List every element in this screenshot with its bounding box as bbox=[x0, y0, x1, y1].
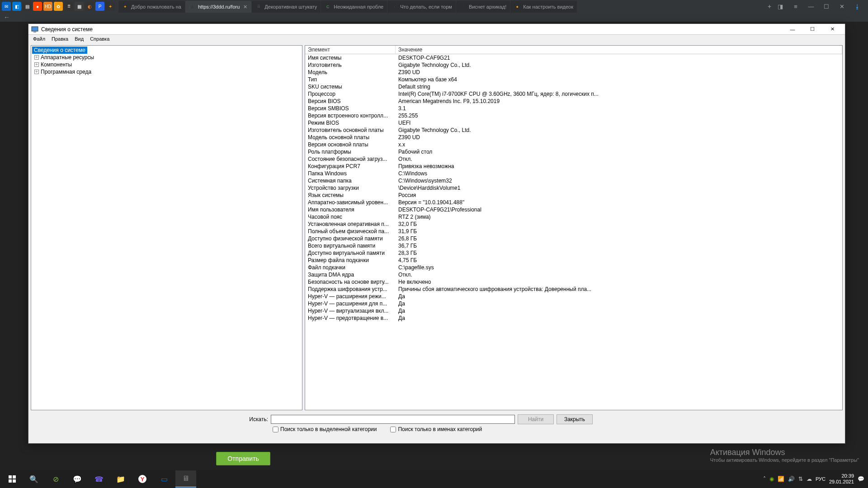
category-tree[interactable]: Сведения о системе +Аппаратные ресурсы+К… bbox=[31, 45, 302, 410]
tray-onedrive-icon[interactable]: ☁ bbox=[807, 476, 812, 482]
tray-clock[interactable]: 20:39 29.01.2021 bbox=[829, 473, 854, 485]
menu-item[interactable]: Файл bbox=[30, 36, 48, 42]
ext-icon[interactable]: ▤ bbox=[23, 2, 32, 11]
ext-icon[interactable]: HD bbox=[43, 2, 52, 11]
taskbar-app[interactable]: ⊘ bbox=[45, 470, 66, 488]
back-button[interactable]: ← bbox=[4, 14, 16, 21]
list-row[interactable]: Всего виртуальной памяти36,7 ГБ bbox=[305, 242, 842, 249]
minimize-button[interactable]: — bbox=[783, 24, 802, 34]
expand-icon[interactable]: + bbox=[34, 62, 39, 67]
list-row[interactable]: Размер файла подкачки4,75 ГБ bbox=[305, 257, 842, 264]
menu-item[interactable]: Правка bbox=[49, 36, 71, 42]
window-minimize-icon[interactable]: — bbox=[806, 3, 816, 10]
browser-tab[interactable]: dhttps://3ddd.ru/foru✕ bbox=[185, 1, 251, 13]
ext-icon[interactable]: P bbox=[95, 2, 104, 11]
list-row[interactable]: Устройство загрузки\Device\HarddiskVolum… bbox=[305, 184, 842, 192]
header-element[interactable]: Элемент bbox=[305, 46, 396, 54]
list-row[interactable]: Часовой поясRTZ 2 (зима) bbox=[305, 213, 842, 221]
new-tab-button[interactable]: + bbox=[764, 1, 775, 12]
browser-tab[interactable]: CНеожиданная пробле bbox=[321, 1, 387, 13]
window-titlebar[interactable]: Сведения о системе — ☐ ✕ bbox=[28, 24, 845, 35]
tab-overview-icon[interactable]: ◨ bbox=[775, 3, 786, 10]
list-row[interactable]: Версия встроенного контролл...255.255 bbox=[305, 112, 842, 119]
list-row[interactable]: Безопасность на основе вирту...Не включе… bbox=[305, 278, 842, 286]
list-row[interactable]: Папка WindowsC:\Windows bbox=[305, 170, 842, 177]
tray-dropbox-icon[interactable]: ⇅ bbox=[798, 476, 803, 482]
start-button[interactable] bbox=[2, 470, 23, 488]
list-row[interactable]: Файл подкачкиC:\pagefile.sys bbox=[305, 264, 842, 271]
list-row[interactable]: ТипКомпьютер на базе x64 bbox=[305, 76, 842, 83]
browser-tab[interactable]: ●Как настроить видеок bbox=[510, 1, 577, 13]
header-value[interactable]: Значение bbox=[396, 46, 842, 54]
list-row[interactable]: Состояние безопасной загруз...Откл. bbox=[305, 155, 842, 163]
tree-node[interactable]: +Аппаратные ресурсы bbox=[32, 54, 301, 61]
download-icon[interactable]: ⭳ bbox=[852, 3, 863, 10]
menu-item[interactable]: Вид bbox=[72, 36, 86, 42]
list-row[interactable]: Hyper-V — расширения режи...Да bbox=[305, 293, 842, 300]
chk-category-names[interactable]: Поиск только в именах категорий bbox=[390, 426, 482, 432]
list-row[interactable]: Полный объем физической па...31,9 ГБ bbox=[305, 228, 842, 235]
list-row[interactable]: Имя системыDESKTOP-CAF9G21 bbox=[305, 54, 842, 61]
close-button[interactable]: ✕ bbox=[822, 24, 842, 34]
list-row[interactable]: Системная папкаC:\Windows\system32 bbox=[305, 177, 842, 184]
tray-nvidia-icon[interactable]: ◉ bbox=[769, 476, 774, 482]
info-list[interactable]: Элемент Значение Имя системыDESKTOP-CAF9… bbox=[305, 45, 843, 410]
ext-icon[interactable]: ◧ bbox=[12, 2, 21, 11]
taskbar-app[interactable]: 📁 bbox=[110, 470, 131, 488]
taskbar-app[interactable]: ☎ bbox=[89, 470, 109, 488]
search-input[interactable] bbox=[271, 415, 515, 424]
browser-menu-icon[interactable]: ≡ bbox=[790, 3, 801, 10]
list-row[interactable]: Доступно физической памяти26,8 ГБ bbox=[305, 235, 842, 242]
ext-icon[interactable]: ✦ bbox=[106, 2, 115, 11]
list-row[interactable]: Изготовитель основной платыGigabyte Tech… bbox=[305, 127, 842, 134]
expand-icon[interactable]: + bbox=[34, 70, 39, 74]
list-row[interactable]: МодельZ390 UD bbox=[305, 69, 842, 76]
list-row[interactable]: Hyper-V — виртуализация вкл...Да bbox=[305, 307, 842, 314]
ext-icon[interactable]: ● bbox=[33, 2, 42, 11]
search-close-button[interactable]: Закрыть bbox=[557, 414, 593, 424]
list-row[interactable]: Версия BIOSAmerican Megatrends Inc. F9, … bbox=[305, 98, 842, 105]
search-button[interactable]: 🔍 bbox=[24, 470, 44, 488]
tree-root[interactable]: Сведения о системе bbox=[32, 47, 87, 54]
list-row[interactable]: Конфигурация PCR7Привязка невозможна bbox=[305, 163, 842, 170]
tray-network-icon[interactable]: 📶 bbox=[778, 476, 784, 482]
expand-icon[interactable]: + bbox=[34, 55, 39, 60]
ext-icon[interactable]: ✉ bbox=[2, 2, 11, 11]
list-row[interactable]: Режим BIOSUEFI bbox=[305, 119, 842, 127]
list-row[interactable]: Аппаратно-зависимый уровен...Версия = "1… bbox=[305, 199, 842, 206]
find-button[interactable]: Найти bbox=[518, 414, 554, 424]
taskbar-app[interactable]: 💬 bbox=[67, 470, 88, 488]
list-row[interactable]: Версия основной платыx.x bbox=[305, 141, 842, 148]
tree-node[interactable]: +Компоненты bbox=[32, 61, 301, 68]
browser-tab[interactable]: ✦Добро пожаловать на bbox=[118, 1, 185, 13]
browser-tab[interactable]: dВиснет архикад! bbox=[456, 1, 510, 13]
tray-volume-icon[interactable]: 🔊 bbox=[788, 476, 795, 482]
list-row[interactable]: Доступно виртуальной памяти28,3 ГБ bbox=[305, 249, 842, 257]
menu-item[interactable]: Справка bbox=[87, 36, 112, 42]
tree-node[interactable]: +Программная среда bbox=[32, 68, 301, 75]
browser-tab[interactable]: ⠿Декоративная штукату bbox=[252, 1, 321, 13]
send-button[interactable]: Отправить bbox=[216, 452, 270, 465]
window-close-icon[interactable]: ✕ bbox=[836, 3, 847, 10]
taskbar-app-active[interactable]: 🖥 bbox=[175, 470, 196, 488]
ext-icon[interactable]: ⠿ bbox=[64, 2, 73, 11]
list-row[interactable]: Имя пользователяDESKTOP-CAF9G21\Professi… bbox=[305, 206, 842, 213]
list-row[interactable]: Поддержка шифрования устр...Причины сбоя… bbox=[305, 286, 842, 293]
tray-lang[interactable]: РУС bbox=[816, 476, 826, 482]
tab-close-icon[interactable]: ✕ bbox=[242, 4, 248, 9]
ext-icon[interactable]: ◐ bbox=[85, 2, 94, 11]
list-row[interactable]: SKU системыDefault string bbox=[305, 83, 842, 90]
list-row[interactable]: Роль платформыРабочий стол bbox=[305, 148, 842, 155]
browser-tab[interactable]: ·Что делать, если торм bbox=[387, 1, 456, 13]
list-row[interactable]: Установленная оперативная п...32,0 ГБ bbox=[305, 221, 842, 228]
chk-selected-category[interactable]: Поиск только в выделенной категории bbox=[273, 426, 377, 432]
tray-up-icon[interactable]: ˄ bbox=[763, 476, 766, 482]
ext-icon[interactable]: ✿ bbox=[54, 2, 63, 11]
maximize-button[interactable]: ☐ bbox=[802, 24, 822, 34]
list-row[interactable]: Язык системыРоссия bbox=[305, 192, 842, 199]
list-row[interactable]: Hyper-V — предотвращение в...Да bbox=[305, 314, 842, 322]
list-row[interactable]: ИзготовительGigabyte Technology Co., Ltd… bbox=[305, 61, 842, 69]
window-maximize-icon[interactable]: ☐ bbox=[821, 3, 832, 10]
list-row[interactable]: Модель основной платыZ390 UD bbox=[305, 134, 842, 141]
list-row[interactable]: Защита DMA ядраОткл. bbox=[305, 271, 842, 278]
